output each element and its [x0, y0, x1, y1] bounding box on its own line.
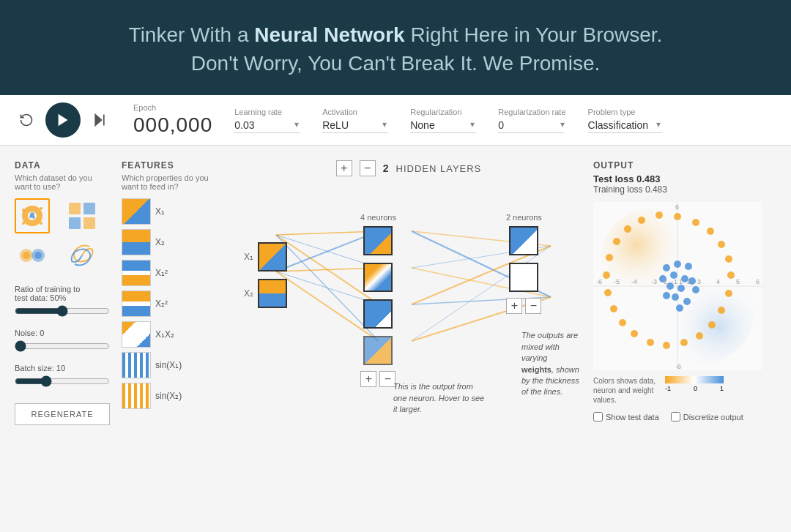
svg-point-66 — [674, 261, 681, 268]
reset-button[interactable] — [15, 108, 38, 132]
noise-label: Noise: 0 — [15, 329, 110, 337]
show-test-data-checkbox[interactable]: Show test data — [593, 412, 659, 422]
feature-x1sq[interactable]: X₁² — [122, 260, 224, 286]
activation-select[interactable]: ReLUTanhSigmoidLinear — [322, 118, 388, 133]
discretize-input[interactable] — [671, 412, 680, 422]
svg-text:6: 6 — [675, 203, 679, 211]
hidden-layer-2: 2 neurons + − — [506, 206, 542, 314]
svg-text:4: 4 — [716, 278, 720, 285]
feature-x1x2[interactable]: X₁X₂ — [122, 321, 224, 348]
svg-point-11 — [22, 222, 25, 225]
svg-point-47 — [725, 255, 732, 263]
discretize-checkbox[interactable]: Discretize output — [671, 412, 743, 422]
learning-rate-select[interactable]: 0.000010.00010.001 0.030.10.31310 — [234, 118, 300, 133]
neuron-1-4[interactable] — [363, 336, 393, 365]
feature-x1[interactable]: X₁ — [122, 198, 224, 225]
svg-text:-1: -1 — [672, 278, 677, 285]
annotation1-text: This is the output from one neuron. Hove… — [393, 381, 489, 415]
svg-text:-6: -6 — [596, 278, 602, 285]
svg-text:-3: -3 — [651, 278, 657, 285]
svg-point-60 — [603, 271, 610, 279]
feature-thumb-x1sq — [122, 260, 151, 286]
dataset-circle[interactable] — [15, 198, 50, 233]
batch-slider[interactable] — [15, 375, 110, 387]
add-neuron-l1-button[interactable]: + — [360, 371, 376, 387]
output-stats: Test loss 0.483 Training loss 0.483 — [593, 173, 776, 195]
show-test-data-input[interactable] — [593, 412, 603, 422]
svg-point-57 — [619, 319, 626, 326]
noise-slider[interactable] — [15, 340, 110, 352]
play-button[interactable] — [45, 102, 81, 138]
svg-text:6: 6 — [756, 278, 760, 285]
add-layer-button[interactable]: + — [336, 160, 352, 176]
main-content: DATA Which dataset do you want to use? — [0, 146, 791, 462]
regularization-select[interactable]: NoneL1L2 — [410, 118, 476, 133]
dataset-xor[interactable] — [64, 198, 100, 233]
header: Tinker With a Neural Network Right Here … — [0, 0, 791, 95]
batch-section: Batch size: 10 — [15, 364, 110, 390]
add-neuron-l2-button[interactable]: + — [506, 298, 522, 314]
svg-point-44 — [692, 219, 699, 226]
output-panel: OUTPUT Test loss 0.483 Training loss 0.4… — [593, 160, 776, 422]
remove-layer-button[interactable]: − — [360, 160, 376, 176]
svg-point-50 — [718, 307, 725, 314]
step-button[interactable] — [88, 108, 111, 132]
network-panel: + − 2 HIDDEN LAYERS — [236, 160, 582, 447]
input-node-x2[interactable]: X₂ — [236, 279, 287, 308]
svg-point-59 — [604, 289, 612, 296]
annotation-2: The outputs are mixed with varying weigh… — [521, 330, 582, 397]
feature-thumb-x2 — [122, 229, 151, 255]
neuron-1-3[interactable] — [363, 299, 393, 329]
svg-point-76 — [672, 293, 679, 301]
svg-point-7 — [29, 215, 32, 218]
svg-rect-15 — [69, 217, 81, 229]
legend-min: -1 — [665, 385, 671, 392]
output-viz: 6 -6 -6 6 5 4 3 2 1 -1 -2 -3 -4 -5 — [593, 202, 762, 370]
feature-sinx1[interactable]: sin(X₁) — [122, 352, 224, 378]
feature-label-sinx1: sin(X₁) — [155, 360, 182, 370]
feature-list: X₁ X₂ X₁² X₂² X₁X₂ — [122, 198, 224, 409]
feature-thumb-x2sq — [122, 291, 151, 317]
regularization-dropdown: Regularization NoneL1L2 — [410, 108, 476, 133]
regenerate-button[interactable]: REGENERATE — [15, 403, 110, 425]
neuron-2-2[interactable] — [509, 263, 538, 292]
feature-label-x2sq: X₂² — [155, 299, 168, 309]
hidden-layer-1: 4 neurons + − — [360, 206, 396, 387]
svg-text:1: 1 — [679, 278, 683, 285]
regularization-label: Regularization — [410, 108, 476, 116]
input-node-x1[interactable]: X₁ — [236, 242, 287, 271]
neuron-1-2[interactable] — [363, 263, 393, 292]
legend-gradient-area: -1 0 1 — [665, 376, 724, 392]
problem-type-dropdown: Problem type ClassificationRegression — [588, 108, 662, 133]
dataset-spiral[interactable] — [64, 238, 100, 273]
epoch-label: Epoch — [133, 103, 212, 112]
feature-thumb-x1x2 — [122, 321, 151, 348]
ratio-slider[interactable] — [15, 305, 110, 317]
neuron-2-1[interactable] — [509, 226, 538, 255]
svg-point-78 — [663, 292, 670, 299]
dataset-gaussian[interactable] — [15, 238, 50, 273]
svg-point-9 — [40, 207, 42, 210]
neuron-1-1[interactable] — [363, 226, 393, 255]
feature-x2[interactable]: X₂ — [122, 229, 224, 255]
remove-neuron-l2-button[interactable]: − — [525, 298, 541, 314]
feature-x2sq[interactable]: X₂² — [122, 291, 224, 317]
svg-point-75 — [692, 286, 699, 293]
learning-rate-label: Learning rate — [234, 108, 300, 116]
svg-point-62 — [613, 238, 620, 245]
noise-section: Noise: 0 — [15, 329, 110, 355]
scatter-plot: 6 -6 -6 6 5 4 3 2 1 -1 -2 -3 -4 -5 — [593, 202, 762, 370]
feature-label-x1: X₁ — [155, 206, 165, 217]
learning-rate-dropdown: Learning rate 0.000010.00010.001 0.030.1… — [234, 108, 300, 133]
reg-rate-select[interactable]: 00.0010.0030.010.03 — [498, 118, 564, 133]
svg-point-55 — [647, 339, 654, 346]
feature-sinx2[interactable]: sin(X₂) — [122, 383, 224, 409]
network-header: + − 2 HIDDEN LAYERS — [236, 160, 582, 176]
problem-type-select[interactable]: ClassificationRegression — [588, 118, 662, 133]
svg-text:5: 5 — [736, 278, 740, 285]
output-title: OUTPUT — [593, 160, 776, 171]
feature-label-x2: X₂ — [155, 237, 165, 247]
svg-text:-6: -6 — [675, 363, 681, 370]
svg-point-8 — [22, 209, 25, 211]
svg-rect-14 — [83, 203, 95, 214]
